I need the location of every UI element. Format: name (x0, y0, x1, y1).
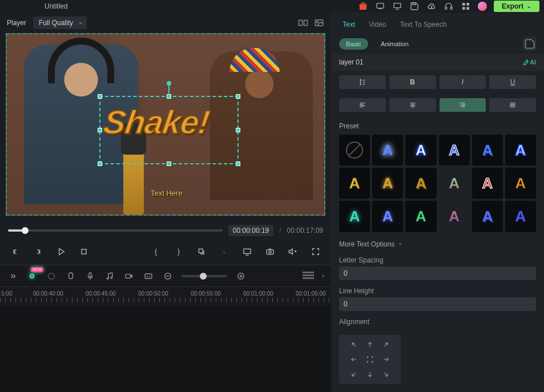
preset-swatch[interactable]: A (439, 201, 470, 232)
ai-edit-button[interactable]: AI (521, 58, 536, 66)
selection-box[interactable] (99, 96, 239, 164)
save-icon[interactable] (409, 1, 420, 11)
subtab-animation[interactable]: Animation (374, 38, 416, 50)
subtab-basic[interactable]: Basic (339, 38, 368, 50)
preset-swatch[interactable]: A (405, 135, 436, 165)
desktop-icon[interactable] (392, 1, 402, 11)
preset-swatch[interactable]: A (472, 135, 503, 165)
zoom-out-button[interactable] (162, 270, 174, 282)
bold-button[interactable]: B (389, 75, 436, 89)
zoom-slider[interactable] (182, 275, 227, 277)
preset-swatch[interactable]: A (405, 201, 436, 232)
zoom-in-button[interactable] (235, 270, 247, 282)
step-fwd-button[interactable] (31, 244, 46, 259)
preset-swatch[interactable] (339, 135, 370, 165)
line-height-button[interactable] (339, 75, 386, 89)
export-button[interactable]: Export⌄ (494, 1, 539, 12)
zoom-thumb[interactable] (200, 273, 207, 280)
preset-swatch[interactable]: A (472, 168, 503, 199)
resize-handle-mr[interactable] (236, 128, 240, 132)
timeline-tracks[interactable] (0, 306, 331, 392)
preset-swatch[interactable]: A (505, 168, 536, 199)
ai-icon[interactable]: NEW (26, 270, 38, 282)
preset-swatch[interactable]: A (505, 201, 536, 232)
underline-button[interactable]: U (489, 75, 536, 89)
preset-swatch[interactable]: A (372, 201, 403, 232)
resize-handle-br[interactable] (236, 161, 240, 166)
crop-dropdown[interactable] (194, 244, 209, 259)
display-icon[interactable] (240, 244, 255, 259)
record-icon[interactable] (123, 270, 135, 282)
preview-canvas[interactable]: Shake! Text Here (6, 33, 325, 216)
resize-handle-tr[interactable] (236, 94, 240, 99)
compare-icon[interactable] (298, 18, 308, 28)
snapshot-icon[interactable] (314, 18, 324, 28)
mark-out-button[interactable]: } (171, 244, 186, 259)
line-height-input[interactable] (339, 297, 536, 311)
avatar[interactable] (478, 2, 487, 11)
preset-swatch[interactable]: A (372, 135, 403, 165)
template-save-icon[interactable] (523, 38, 536, 50)
resize-handle-bc[interactable] (167, 161, 171, 166)
svg-rect-13 (299, 21, 303, 26)
mute-icon[interactable] (285, 244, 300, 259)
preset-swatch[interactable]: A (339, 168, 370, 199)
tab-text[interactable]: Text (341, 18, 356, 31)
preset-swatch[interactable]: A (339, 201, 370, 232)
tab-video[interactable]: Video (368, 18, 387, 31)
preset-swatch[interactable]: A (505, 135, 536, 165)
progress-track[interactable] (8, 229, 223, 232)
placeholder-text[interactable]: Text Here (151, 189, 183, 197)
italic-button[interactable]: I (440, 75, 486, 89)
align-mc[interactable] (363, 353, 377, 366)
expand-icon[interactable] (7, 270, 18, 282)
align-left-button[interactable] (339, 98, 386, 112)
align-bc[interactable] (363, 368, 377, 381)
resize-handle-tc[interactable] (167, 94, 171, 99)
progress-thumb[interactable] (22, 227, 29, 234)
resize-handle-ml[interactable] (98, 128, 102, 132)
preset-swatch[interactable]: A (372, 168, 403, 199)
preset-swatch[interactable]: A (472, 201, 503, 232)
subtitle-icon[interactable] (143, 270, 154, 282)
chevron-down-icon[interactable]: ▾ (322, 273, 324, 278)
gift-icon[interactable] (358, 1, 368, 11)
quality-select[interactable]: Full Quality (33, 17, 87, 29)
letter-spacing-input[interactable] (339, 266, 536, 280)
align-tl[interactable] (347, 338, 361, 351)
track-view-toggle[interactable] (303, 272, 314, 281)
align-right-button[interactable] (440, 98, 486, 112)
align-bl[interactable] (347, 368, 361, 381)
fullscreen-icon[interactable] (308, 244, 323, 259)
align-ml[interactable] (347, 353, 361, 366)
marker-icon[interactable] (65, 270, 76, 282)
align-tc[interactable] (363, 338, 377, 351)
align-mr[interactable] (379, 353, 393, 366)
tab-tts[interactable]: Text To Speech (399, 18, 448, 31)
camera-icon[interactable] (263, 244, 277, 259)
rotate-handle[interactable] (167, 81, 171, 86)
play-button[interactable] (54, 244, 68, 259)
preset-swatch[interactable]: A (439, 168, 470, 199)
resize-handle-tl[interactable] (98, 94, 102, 99)
preset-swatch[interactable]: A (439, 135, 470, 165)
align-center-button[interactable] (389, 98, 436, 112)
timeline-ruler[interactable]: 5:00 00:00:40:00 00:00:45:00 00:00:50:00… (0, 286, 331, 306)
headset-icon[interactable] (444, 1, 454, 11)
grid-icon[interactable] (461, 1, 471, 11)
align-br[interactable] (379, 368, 393, 381)
resize-handle-bl[interactable] (98, 161, 102, 166)
step-back-button[interactable] (8, 244, 23, 259)
preset-swatch[interactable]: A (405, 168, 436, 199)
more-text-options[interactable]: More Text Options▾ (331, 235, 544, 254)
voiceover-icon[interactable] (84, 270, 96, 282)
stop-button[interactable] (76, 244, 91, 259)
audio-icon[interactable] (104, 270, 115, 282)
cloud-icon[interactable] (426, 1, 437, 11)
chevron-down-icon[interactable]: ⌄ (217, 244, 232, 259)
align-tr[interactable] (379, 338, 393, 351)
align-justify-button[interactable] (489, 98, 536, 112)
chat-icon[interactable] (375, 1, 385, 11)
enhance-icon[interactable] (46, 270, 57, 282)
mark-in-button[interactable]: { (148, 244, 163, 259)
